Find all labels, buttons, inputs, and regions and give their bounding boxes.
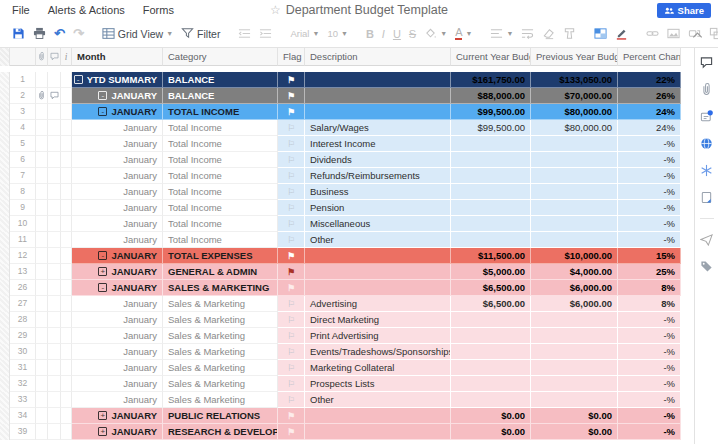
- month-cell[interactable]: January: [72, 344, 163, 360]
- description-cell[interactable]: Other: [305, 392, 451, 408]
- row-attachment-cell[interactable]: [36, 248, 48, 264]
- current-year-budget-cell[interactable]: $99,500.00: [451, 120, 531, 136]
- flag-cell[interactable]: ⚐: [278, 232, 305, 248]
- row-number[interactable]: 27: [10, 296, 36, 312]
- description-cell[interactable]: Pension: [305, 200, 451, 216]
- flag-cell[interactable]: ⚐: [278, 296, 305, 312]
- flag-cell[interactable]: ⚐: [278, 120, 305, 136]
- row-number[interactable]: 5: [10, 136, 36, 152]
- row-attachment-cell[interactable]: [36, 184, 48, 200]
- row-comment-cell[interactable]: [48, 424, 61, 440]
- previous-year-budget-cell[interactable]: $6,000.00: [531, 296, 618, 312]
- row-info-cell[interactable]: [61, 200, 72, 216]
- percent-change-cell[interactable]: -%: [618, 408, 681, 424]
- percent-change-cell[interactable]: -%: [618, 376, 681, 392]
- row-info-cell[interactable]: [61, 136, 72, 152]
- flag-cell[interactable]: ⚐: [278, 200, 305, 216]
- description-cell[interactable]: [305, 264, 451, 280]
- month-cell[interactable]: -YTD SUMMARY: [72, 72, 163, 88]
- category-cell[interactable]: Total Income: [163, 216, 278, 232]
- percent-change-cell[interactable]: -%: [618, 232, 681, 248]
- percent-change-cell[interactable]: -%: [618, 328, 681, 344]
- month-cell[interactable]: +JANUARY: [72, 264, 163, 280]
- collapse-toggle[interactable]: -: [98, 91, 107, 100]
- month-cell[interactable]: -JANUARY: [72, 280, 163, 296]
- previous-year-budget-cell[interactable]: [531, 200, 618, 216]
- flag-cell[interactable]: ⚐: [278, 136, 305, 152]
- collapse-toggle[interactable]: +: [98, 267, 107, 276]
- month-cell[interactable]: January: [72, 360, 163, 376]
- row-number[interactable]: 1: [10, 72, 36, 88]
- category-cell[interactable]: Total Income: [163, 136, 278, 152]
- row-attachment-cell[interactable]: [36, 104, 48, 120]
- category-cell[interactable]: RESEARCH & DEVELOPMENT: [163, 424, 278, 440]
- table-row[interactable]: 30 January Sales & Marketing ⚐ Events/Tr…: [0, 344, 694, 360]
- flag-cell[interactable]: ⚐: [278, 184, 305, 200]
- description-cell[interactable]: Refunds/Reimbursements: [305, 168, 451, 184]
- description-cell[interactable]: [305, 280, 451, 296]
- attachments-icon[interactable]: [700, 83, 713, 96]
- text-color-button[interactable]: A▼: [451, 25, 476, 43]
- table-row[interactable]: 12 -JANUARY TOTAL EXPENSES ⚑ $11,500.00 …: [0, 248, 694, 264]
- row-number[interactable]: 8: [10, 184, 36, 200]
- share-button[interactable]: Share: [657, 3, 711, 18]
- percent-change-cell[interactable]: 24%: [618, 104, 681, 120]
- table-row[interactable]: 2 -JANUARY BALANCE ⚑ $88,000.00 $70,000.…: [0, 88, 694, 104]
- description-cell[interactable]: Marketing Collateral: [305, 360, 451, 376]
- percent-change-cell[interactable]: -%: [618, 216, 681, 232]
- table-row[interactable]: 5 January Total Income ⚐ Interest Income…: [0, 136, 694, 152]
- current-year-budget-cell[interactable]: $0.00: [451, 408, 531, 424]
- align-button[interactable]: ▼: [486, 25, 517, 42]
- column-header-percent-change[interactable]: Percent Change: [618, 48, 681, 66]
- flag-cell[interactable]: ⚐: [278, 360, 305, 376]
- category-cell[interactable]: Total Income: [163, 120, 278, 136]
- row-info-cell[interactable]: [61, 152, 72, 168]
- row-comment-cell[interactable]: [48, 344, 61, 360]
- month-cell[interactable]: January: [72, 312, 163, 328]
- previous-year-budget-cell[interactable]: $0.00: [531, 408, 618, 424]
- current-year-budget-cell[interactable]: $161,750.00: [451, 72, 531, 88]
- table-row[interactable]: 13 +JANUARY GENERAL & ADMIN ⚑ $5,000.00 …: [0, 264, 694, 280]
- row-number[interactable]: 7: [10, 168, 36, 184]
- row-info-cell[interactable]: [61, 248, 72, 264]
- column-header-flag[interactable]: Flag: [278, 48, 305, 66]
- conditional-formatting-button[interactable]: [590, 25, 611, 42]
- table-row[interactable]: 31 January Sales & Marketing ⚐ Marketing…: [0, 360, 694, 376]
- row-comment-cell[interactable]: [48, 248, 61, 264]
- collapse-toggle[interactable]: +: [98, 411, 107, 420]
- percent-change-cell[interactable]: -%: [618, 184, 681, 200]
- row-info-cell[interactable]: [61, 168, 72, 184]
- table-row[interactable]: 27 January Sales & Marketing ⚐ Advertisi…: [0, 296, 694, 312]
- percent-change-cell[interactable]: -%: [618, 136, 681, 152]
- current-year-budget-cell[interactable]: [451, 152, 531, 168]
- category-cell[interactable]: Sales & Marketing: [163, 312, 278, 328]
- flag-cell[interactable]: ⚐: [278, 392, 305, 408]
- flag-cell[interactable]: ⚑: [278, 88, 305, 104]
- current-year-budget-cell[interactable]: [451, 328, 531, 344]
- flag-cell[interactable]: ⚐: [278, 312, 305, 328]
- outdent-button[interactable]: [234, 25, 255, 42]
- description-cell[interactable]: Events/Tradeshows/Sponsorships: [305, 344, 451, 360]
- description-cell[interactable]: Business: [305, 184, 451, 200]
- percent-change-cell[interactable]: 26%: [618, 88, 681, 104]
- row-number[interactable]: 33: [10, 392, 36, 408]
- current-year-budget-cell[interactable]: $0.00: [451, 424, 531, 440]
- column-header-previous-year-budget[interactable]: Previous Year Budget: [531, 48, 618, 66]
- month-cell[interactable]: -JANUARY: [72, 248, 163, 264]
- comment-column-header[interactable]: [48, 48, 61, 66]
- row-attachment-cell[interactable]: [36, 264, 48, 280]
- row-comment-cell[interactable]: [48, 88, 61, 104]
- row-attachment-cell[interactable]: [36, 216, 48, 232]
- view-switcher[interactable]: Grid View▼: [98, 25, 177, 42]
- strikethrough-button[interactable]: S: [405, 26, 420, 42]
- previous-year-budget-cell[interactable]: [531, 344, 618, 360]
- previous-year-budget-cell[interactable]: $6,000.00: [531, 280, 618, 296]
- italic-button[interactable]: I: [378, 26, 389, 42]
- table-row[interactable]: 11 January Total Income ⚐ Other -%: [0, 232, 694, 248]
- percent-change-cell[interactable]: 8%: [618, 280, 681, 296]
- table-row[interactable]: 6 January Total Income ⚐ Dividends -%: [0, 152, 694, 168]
- flag-cell[interactable]: ⚑: [278, 264, 305, 280]
- link-button[interactable]: [642, 25, 663, 42]
- previous-year-budget-cell[interactable]: [531, 328, 618, 344]
- table-row[interactable]: 34 +JANUARY PUBLIC RELATIONS ⚑ $0.00 $0.…: [0, 408, 694, 424]
